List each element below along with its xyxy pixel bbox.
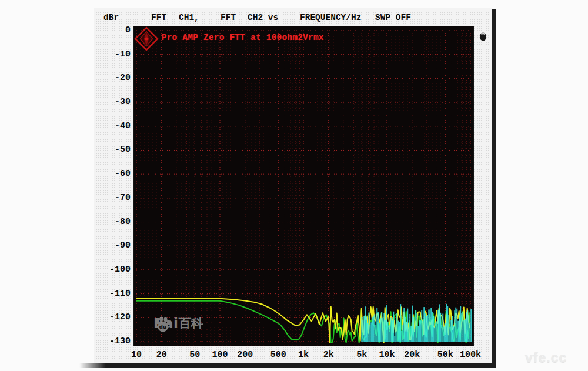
y-axis-label: -80	[86, 216, 131, 228]
y-axis-label: -10	[86, 49, 131, 61]
y-axis-label: -120	[86, 312, 131, 323]
baidu-du-text: du	[159, 324, 167, 330]
baidu-watermark: Bai du 百科	[153, 316, 203, 331]
y-axis-label: 0	[86, 25, 131, 36]
y-axis-label: -130	[86, 336, 131, 347]
x-axis-label: 100k	[450, 349, 491, 361]
header-ch2-label: CH2 vs	[248, 12, 278, 24]
y-axis-label: -70	[86, 192, 131, 204]
baidu-watermark-cjk: 百科	[178, 316, 203, 331]
panel-shadow-right	[492, 9, 496, 368]
panel-shadow-bottom	[79, 363, 496, 368]
y-axis-label: -40	[86, 121, 131, 132]
header-sweep-status-label: SWP OFF	[375, 12, 411, 24]
keyhole-indicator-icon	[479, 31, 487, 41]
red-diamond-logo-icon	[134, 26, 159, 51]
chart-plot-area: Pro_AMP Zero FTT at 100ohm2Vrmx Bai du 百…	[134, 26, 473, 346]
trace-noise-band-cyan	[362, 304, 471, 342]
header-fft2-label: FFT	[220, 12, 236, 24]
y-axis-label: -90	[86, 240, 131, 252]
baidu-paw-icon: du	[154, 316, 172, 333]
fft-chart	[134, 26, 473, 346]
y-axis-label: -20	[86, 72, 131, 84]
chart-title: Pro_AMP Zero FTT at 100ohm2Vrmx	[162, 33, 324, 42]
y-axis-label: -60	[86, 168, 131, 180]
y-unit-label: dBr	[103, 12, 119, 24]
y-axis-label: -30	[86, 96, 131, 108]
y-axis-label: -100	[86, 264, 131, 276]
header-frequency-label: FREQUENCY/Hz	[300, 12, 361, 24]
site-watermark: vfe.cc	[525, 350, 567, 366]
header-ch1-label: CH1,	[179, 12, 199, 24]
y-axis-label: -50	[86, 144, 131, 156]
header-fft1-label: FFT	[151, 12, 166, 24]
y-axis-label: -110	[86, 288, 131, 300]
